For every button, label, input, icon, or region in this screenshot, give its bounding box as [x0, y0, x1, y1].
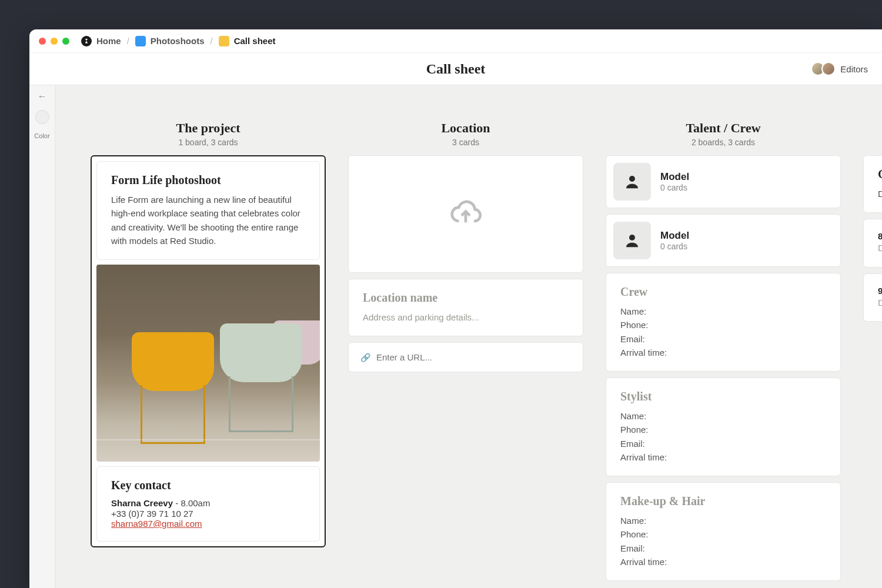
model-board-card[interactable]: Model 0 cards [606, 214, 841, 267]
url-input[interactable] [376, 352, 571, 362]
field-name: Name: [620, 514, 826, 527]
breadcrumb-separator: / [127, 36, 129, 46]
column-header[interactable]: Talent / Crew 2 boards, 3 cards [606, 121, 841, 147]
model-name: Model [660, 171, 689, 183]
field-email: Email: [620, 542, 826, 555]
column-title: Location [348, 121, 583, 136]
upload-image-card[interactable] [348, 155, 583, 273]
field-email: Email: [620, 332, 826, 346]
breadcrumb: Home / Photoshoots / Call sheet [81, 36, 276, 46]
card-title: Form Life photoshoot [111, 173, 305, 187]
field-name: Name: [620, 305, 826, 318]
breadcrumb-separator: / [211, 36, 213, 46]
breadcrumb-call-sheet[interactable]: Call sheet [219, 36, 276, 46]
crew-card[interactable]: Crew Name: Phone: Email: Arrival time: [606, 273, 841, 372]
column-title: Talent / Crew [606, 121, 841, 136]
slot-details: Details [878, 296, 882, 309]
schedule-slot-card[interactable]: 8.00am – Details [863, 219, 882, 267]
svg-point-1 [629, 235, 635, 240]
location-name-label: Location name [363, 291, 569, 305]
left-sidebar: ← Color [29, 85, 55, 588]
person-icon [613, 163, 651, 201]
card-title: Make-up & Hair [620, 495, 826, 508]
column-general: .. Gener Date 8.00am – Details 9.00am – [863, 121, 882, 588]
location-url-card[interactable]: 🔗 [348, 342, 583, 372]
contact-email-link[interactable]: sharna987@gmail.com [111, 519, 202, 529]
color-label: Color [34, 132, 49, 139]
folder-icon [135, 36, 146, 46]
column-title: The project [91, 121, 326, 136]
card-body: Life Form are launching a new line of be… [111, 193, 305, 248]
page-title: Call sheet [426, 61, 486, 77]
column-location: Location 3 cards Location name Address a… [348, 121, 583, 588]
field-arrival: Arrival time: [620, 346, 826, 359]
card-title: Key contact [111, 479, 305, 492]
field-phone: Phone: [620, 527, 826, 541]
column-header[interactable]: Location 3 cards [348, 121, 583, 147]
column-header[interactable]: The project 1 board, 3 cards [91, 121, 326, 147]
traffic-lights [39, 38, 69, 45]
contact-name: Sharna Creevy [111, 498, 173, 508]
back-arrow-icon[interactable]: ← [38, 91, 47, 102]
editors-menu[interactable]: Editors [811, 62, 868, 76]
card-title: Gener [878, 168, 882, 181]
subheader: Call sheet Editors [29, 53, 882, 85]
slot-details: Details [878, 241, 882, 255]
canvas[interactable]: The project 1 board, 3 cards Form Life p… [55, 85, 882, 588]
maximize-window-icon[interactable] [62, 38, 69, 45]
field-arrival: Arrival time: [620, 450, 826, 464]
window-topbar: Home / Photoshoots / Call sheet [29, 29, 882, 53]
avatar [821, 62, 836, 76]
schedule-slot-card[interactable]: 9.00am – Details [863, 273, 882, 322]
model-board-card[interactable]: Model 0 cards [606, 155, 841, 208]
model-name: Model [660, 230, 689, 242]
svg-point-0 [629, 176, 635, 182]
stylist-card[interactable]: Stylist Name: Phone: Email: Arrival time… [606, 377, 841, 476]
date-label: Date [878, 187, 882, 201]
location-address-card[interactable]: Location name Address and parking detail… [348, 279, 583, 336]
field-email: Email: [620, 437, 826, 450]
contact-phone: +33 (0)7 39 71 10 27 [111, 509, 305, 519]
slot-time: 8.00am – [878, 231, 882, 241]
breadcrumb-photoshoots[interactable]: Photoshoots [135, 36, 205, 46]
project-photo[interactable] [96, 265, 320, 462]
board-icon [219, 36, 229, 46]
breadcrumb-home-label: Home [96, 36, 121, 46]
field-phone: Phone: [620, 423, 826, 436]
home-icon [81, 36, 92, 46]
breadcrumb-call-sheet-label: Call sheet [234, 36, 276, 46]
makeup-hair-card[interactable]: Make-up & Hair Name: Phone: Email: Arriv… [606, 482, 841, 581]
app-window: Home / Photoshoots / Call sheet Call she… [29, 29, 882, 588]
column-subtitle: 2 boards, 3 cards [606, 138, 841, 147]
upload-cloud-icon [449, 196, 482, 232]
contact-time: - 8.00am [173, 498, 210, 508]
model-card-count: 0 cards [660, 242, 689, 251]
address-placeholder: Address and parking details... [363, 310, 569, 324]
breadcrumb-photoshoots-label: Photoshoots [151, 36, 205, 46]
field-phone: Phone: [620, 318, 826, 332]
field-name: Name: [620, 409, 826, 423]
minimize-window-icon[interactable] [51, 38, 58, 45]
slot-time: 9.00am – [878, 286, 882, 296]
field-arrival: Arrival time: [620, 555, 826, 569]
column-project: The project 1 board, 3 cards Form Life p… [91, 121, 326, 588]
column-subtitle: 1 board, 3 cards [91, 138, 326, 147]
card-title: Crew [620, 285, 826, 299]
editor-avatars [811, 62, 836, 76]
breadcrumb-home[interactable]: Home [81, 36, 121, 46]
column-subtitle: 3 cards [348, 138, 583, 147]
link-icon: 🔗 [360, 353, 370, 362]
card-title: Stylist [620, 390, 826, 403]
selected-card-group[interactable]: Form Life photoshoot Life Form are launc… [91, 155, 326, 547]
column-talent-crew: Talent / Crew 2 boards, 3 cards Model 0 … [606, 121, 841, 588]
project-description-card[interactable]: Form Life photoshoot Life Form are launc… [96, 161, 320, 260]
editors-label: Editors [840, 64, 868, 74]
model-card-count: 0 cards [660, 183, 689, 192]
key-contact-card[interactable]: Key contact Sharna Creevy - 8.00am +33 (… [96, 466, 320, 542]
columns-row: The project 1 board, 3 cards Form Life p… [91, 121, 882, 588]
workspace: ← Color The project 1 board, 3 cards For… [29, 85, 882, 588]
person-icon [613, 222, 651, 259]
close-window-icon[interactable] [39, 38, 46, 45]
color-swatch[interactable] [35, 110, 49, 124]
general-title-card[interactable]: Gener Date [863, 155, 882, 213]
